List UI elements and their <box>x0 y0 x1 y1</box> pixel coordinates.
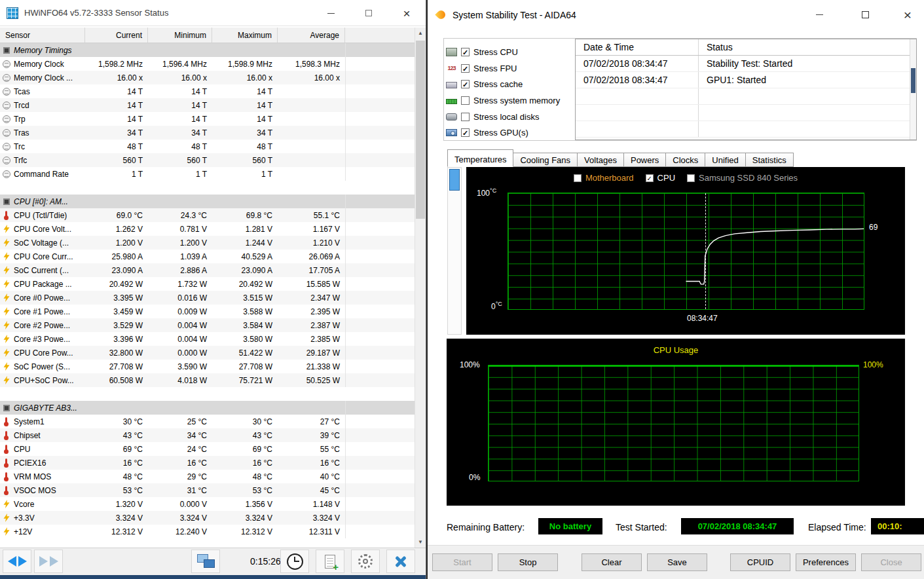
sensor-row[interactable]: SoC Voltage (...1.200 V1.200 V1.244 V1.2… <box>0 236 415 250</box>
cpu-usage-graph-panel: CPU Usage 100% 0% 100% <box>447 339 905 506</box>
sensor-table-scrollbar[interactable]: ▲ ▼ <box>415 28 426 548</box>
checkbox[interactable]: ✓ <box>461 64 470 73</box>
stress-option-stress-local-disks[interactable]: Stress local disks <box>446 109 560 125</box>
hwinfo-minimize-button[interactable] <box>320 0 342 26</box>
tab-statistics[interactable]: Statistics <box>746 153 794 167</box>
column-header-average[interactable]: Average <box>278 28 345 43</box>
sensor-row[interactable]: PCIEX1616 °C16 °C16 °C16 °C <box>0 456 415 470</box>
aida-close-button[interactable]: × <box>896 0 919 29</box>
tab-cooling-fans[interactable]: Cooling Fans <box>513 153 578 167</box>
stress-option-stress-fpu[interactable]: 123✓Stress FPU <box>446 60 560 77</box>
sensor-row[interactable]: Memory Clock1,598.2 MHz1,596.4 MHz1,598.… <box>0 57 415 71</box>
tab-clocks[interactable]: Clocks <box>666 153 705 167</box>
tab-voltages[interactable]: Voltages <box>578 153 624 167</box>
sensor-row[interactable]: CPU Core Volt...1.262 V0.781 V1.281 V1.1… <box>0 222 415 236</box>
hwinfo-maximize-button[interactable] <box>358 0 380 26</box>
sensor-group-row[interactable]: Memory Timings <box>0 43 415 57</box>
checkbox[interactable]: ✓ <box>646 174 654 182</box>
sensor-row[interactable]: Memory Clock ...16.00 x16.00 x16.00 x16.… <box>0 71 415 84</box>
legend-item-cpu[interactable]: ✓CPU <box>646 173 675 183</box>
tab-unified[interactable]: Unified <box>705 153 745 167</box>
sensor-row[interactable]: CPU (Tctl/Tdie)69.0 °C24.3 °C69.8 °C55.1… <box>0 208 415 222</box>
stop-button[interactable]: Stop <box>498 553 558 571</box>
scroll-down-icon[interactable]: ▼ <box>415 536 426 548</box>
settings-button[interactable] <box>351 550 380 573</box>
row-filler <box>345 332 415 346</box>
legend-item-samsung-ssd-840-series[interactable]: Samsung SSD 840 Series <box>687 173 798 183</box>
sensor-row[interactable]: CPU69 °C24 °C69 °C55 °C <box>0 442 415 456</box>
column-header-maximum[interactable]: Maximum <box>212 28 278 43</box>
forward-arrows-button[interactable] <box>34 550 63 573</box>
scroll-up-icon[interactable]: ▲ <box>415 28 426 39</box>
log-row[interactable]: 07/02/2018 08:34:47Stability Test: Start… <box>576 56 916 72</box>
log-scrollbar-thumb[interactable] <box>911 68 915 93</box>
logging-clock-button[interactable] <box>280 550 309 573</box>
sensor-row[interactable]: Trfc560 T560 T560 T <box>0 153 415 167</box>
sensor-row[interactable]: Core #2 Powe...3.529 W0.004 W3.584 W2.38… <box>0 318 415 332</box>
aida-titlebar: System Stability Test - AIDA64 × <box>428 0 924 29</box>
checkbox[interactable]: ✓ <box>461 128 470 137</box>
log-scrollbar[interactable] <box>910 39 916 140</box>
scrollbar-thumb[interactable] <box>416 41 425 219</box>
log-column-datetime[interactable]: Date & Time <box>576 39 698 55</box>
swap-arrows-button[interactable] <box>3 550 31 573</box>
column-header-minimum[interactable]: Minimum <box>148 28 212 43</box>
cpuid-button[interactable]: CPUID <box>730 553 790 571</box>
sensor-group-row[interactable]: CPU [#0]: AM... <box>0 195 415 208</box>
hwinfo-close-button[interactable]: × <box>396 0 418 26</box>
column-header-current[interactable]: Current <box>85 28 148 43</box>
log-row[interactable]: 07/02/2018 08:34:47GPU1: Started <box>576 72 916 88</box>
checkbox[interactable] <box>687 174 695 182</box>
sensor-row[interactable]: +12V12.312 V12.240 V12.312 V12.311 V <box>0 525 415 538</box>
exit-button[interactable] <box>386 550 415 573</box>
checkbox[interactable] <box>461 96 470 105</box>
average-value: 50.525 W <box>278 376 345 385</box>
sensor-row[interactable]: Trc48 T48 T48 T <box>0 140 415 153</box>
sensor-row[interactable]: CPU Core Curr...25.980 A1.039 A40.529 A2… <box>0 250 415 263</box>
sensor-row[interactable]: CPU Core Pow...32.800 W0.000 W51.422 W29… <box>0 346 415 360</box>
checkbox[interactable]: ✓ <box>461 80 470 88</box>
graph-range-slider-thumb[interactable] <box>449 169 460 191</box>
sensor-row[interactable]: +3.3V3.324 V3.324 V3.324 V3.324 V <box>0 511 415 525</box>
sensor-row[interactable]: Trcd14 T14 T14 T <box>0 98 415 112</box>
sensor-row[interactable]: SoC Current (...23.090 A2.886 A23.090 A1… <box>0 263 415 277</box>
report-button[interactable] <box>316 550 344 573</box>
sensor-row[interactable]: Chipset43 °C34 °C43 °C39 °C <box>0 428 415 442</box>
graph-range-slider[interactable] <box>447 167 462 335</box>
clear-button[interactable]: Clear <box>582 553 642 571</box>
sensor-row[interactable]: System130 °C25 °C30 °C27 °C <box>0 415 415 428</box>
sensor-row[interactable]: CPU+SoC Pow...60.508 W4.018 W75.721 W50.… <box>0 373 415 387</box>
column-header-sensor[interactable]: Sensor <box>0 28 85 43</box>
sensor-row[interactable]: Command Rate1 T1 T1 T <box>0 167 415 181</box>
report-add-icon <box>325 555 335 569</box>
power-icon <box>3 293 10 303</box>
save-button[interactable]: Save <box>647 553 707 571</box>
preferences-button[interactable]: Preferences <box>796 553 856 571</box>
sensor-row[interactable]: Tras34 T34 T34 T <box>0 126 415 140</box>
sensor-row[interactable]: CPU Package ...20.492 W1.732 W20.492 W15… <box>0 277 415 291</box>
aida-minimize-button[interactable] <box>807 0 831 29</box>
stress-option-stress-gpu-s-[interactable]: ✓Stress GPU(s) <box>446 124 560 141</box>
tab-temperatures[interactable]: Temperatures <box>447 149 513 167</box>
sensor-row[interactable]: Trp14 T14 T14 T <box>0 112 415 126</box>
sensor-row[interactable]: Tcas14 T14 T14 T <box>0 84 415 98</box>
sensor-row[interactable]: Core #3 Powe...3.396 W0.004 W3.580 W2.38… <box>0 332 415 346</box>
tab-powers[interactable]: Powers <box>624 153 666 167</box>
checkbox[interactable] <box>574 174 582 182</box>
sensor-group-row[interactable]: GIGABYTE AB3... <box>0 401 415 415</box>
sensor-row[interactable]: Core #1 Powe...3.459 W0.009 W3.588 W2.39… <box>0 305 415 318</box>
checkbox[interactable]: ✓ <box>461 48 470 56</box>
remote-monitoring-button[interactable] <box>191 550 220 573</box>
sensor-row[interactable]: SoC Power (S...27.708 W3.590 W27.708 W21… <box>0 360 415 373</box>
sensor-row[interactable]: Core #0 Powe...3.395 W0.016 W3.515 W2.34… <box>0 291 415 305</box>
stress-option-stress-system-memory[interactable]: Stress system memory <box>446 92 560 109</box>
sensor-row[interactable]: VRM MOS48 °C29 °C48 °C40 °C <box>0 470 415 483</box>
aida-maximize-button[interactable] <box>853 0 877 29</box>
sensor-row[interactable]: Vcore1.320 V0.000 V1.356 V1.148 V <box>0 497 415 511</box>
log-column-status[interactable]: Status <box>698 39 916 55</box>
sensor-row[interactable]: VSOC MOS53 °C31 °C53 °C45 °C <box>0 483 415 497</box>
stress-option-stress-cache[interactable]: ✓Stress cache <box>446 76 560 92</box>
legend-item-motherboard[interactable]: Motherboard <box>574 173 634 183</box>
checkbox[interactable] <box>461 113 470 121</box>
stress-option-stress-cpu[interactable]: ✓Stress CPU <box>446 44 560 60</box>
